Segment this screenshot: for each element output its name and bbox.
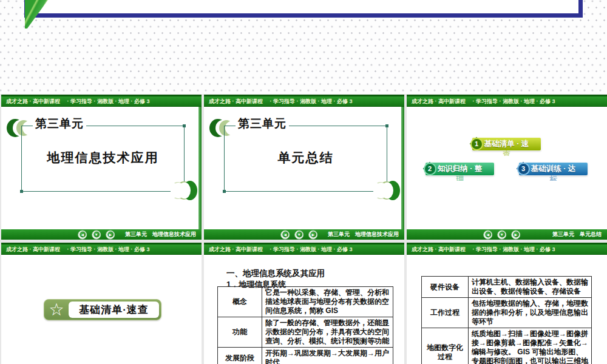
slide-header: 成才之路 · 高中新课程 · 学习指导 · 湘教版 · 地理 · 必修 3 bbox=[407, 243, 607, 255]
row-value: 纸质地图→扫描→图像处理→图像拼接→图像剪裁→图像配准→矢量化→编辑与修改。 G… bbox=[469, 328, 592, 364]
number-badge-icon: 3 bbox=[515, 161, 531, 177]
menu-item-1[interactable]: 1 基础清单 · 速 查 bbox=[472, 138, 541, 150]
nav-back-button[interactable]: ◀ bbox=[78, 230, 87, 239]
green-side-strip bbox=[198, 107, 202, 229]
slide-section-badge[interactable]: 成才之路 · 高中新课程 · 学习指导 · 湘教版 · 地理 · 必修 3 ☆ … bbox=[1, 243, 202, 364]
header-brand-line: 成才之路 · 高中新课程 · 学习指导 · 湘教版 · 地理 · 必修 3 bbox=[204, 96, 404, 107]
row-label: 工作过程 bbox=[422, 298, 469, 328]
slide-unit-cover[interactable]: 成才之路 · 高中新课程 · 学习指导 · 湘教版 · 地理 · 必修 3 第三… bbox=[1, 95, 202, 240]
footer-label: 第三单元 地理信息技术应用 bbox=[328, 229, 399, 240]
green-side-strip bbox=[401, 107, 404, 229]
header-brand-line: 成才之路 · 高中新课程 · 学习指导 · 湘教版 · 地理 · 必修 3 bbox=[1, 96, 202, 107]
top-dotted-background bbox=[0, 0, 607, 94]
unit-label: 第三单元 bbox=[33, 116, 86, 132]
title-box: 单元总结 bbox=[224, 126, 387, 192]
back-arrow-icon: ◀ bbox=[80, 232, 86, 238]
down-arrow-icon: ▼ bbox=[296, 232, 302, 238]
nav-forward-button[interactable]: ▶ bbox=[308, 230, 317, 239]
row-label: 地图数字化过程 bbox=[422, 328, 469, 364]
row-value: 除了一般的存储、管理数据外，还能显示数据的空间分布，并具有强大的空间查询、分析、… bbox=[262, 317, 393, 348]
wrapped-char: 查 bbox=[503, 150, 510, 156]
row-label: 发展阶段 bbox=[218, 348, 262, 364]
slide-footer: ◀ ▼ ▶ 第三单元 地理信息技术应用 bbox=[204, 229, 404, 240]
slide-gis-table[interactable]: 成才之路 · 高中新课程 · 学习指导 · 湘教版 · 地理 · 必修 3 一、… bbox=[204, 243, 404, 364]
menu-item-label: 基础清单 · 速 bbox=[484, 139, 529, 149]
table-row: 工作过程 包括地理数据的输入、存储，地理数据的操作和分析，以及地理信息输出等环节 bbox=[422, 298, 592, 328]
section-title-badge: ☆ 基础清单·速查 bbox=[44, 299, 161, 320]
gis-definition-table: 概念 它是一种以采集、存储、管理、分析和描述地球表面与地理分布有关数据的空间信息… bbox=[217, 286, 393, 364]
nav-forward-button[interactable]: ▶ bbox=[511, 230, 520, 239]
row-label: 硬件设备 bbox=[422, 277, 469, 298]
menu-item-label: 基础训练 · 达 bbox=[531, 164, 576, 174]
header-brand-line: 成才之路 · 高中新课程 · 学习指导 · 湘教版 · 地理 · 必修 3 bbox=[407, 96, 607, 107]
row-value: 它是一种以采集、存储、管理、分析和描述地球表面与地理分布有关数据的空间信息系统，… bbox=[262, 287, 393, 317]
wrapped-char: 理 bbox=[456, 175, 464, 181]
slide-gis-table-2[interactable]: 成才之路 · 高中新课程 · 学习指导 · 湘教版 · 地理 · 必修 3 硬件… bbox=[407, 243, 607, 364]
slide-header: 成才之路 · 高中新课程 · 学习指导 · 湘教版 · 地理 · 必修 3 bbox=[407, 95, 607, 107]
header-brand-line: 成才之路 · 高中新课程 · 学习指导 · 湘教版 · 地理 · 必修 3 bbox=[1, 244, 202, 255]
menu-item-3[interactable]: 3 基础训练 · 达 标 bbox=[519, 163, 588, 175]
row-value: 包括地理数据的输入、存储，地理数据的操作和分析，以及地理信息输出等环节 bbox=[469, 298, 592, 328]
header-brand-line: 成才之路 · 高中新课程 · 学习指导 · 湘教版 · 地理 · 必修 3 bbox=[407, 244, 607, 255]
row-value: 开拓期→巩固发展期→大发展期→用户时代 bbox=[262, 348, 393, 364]
gis-hardware-table: 硬件设备 计算机主机、数据输入设备、数据输出设备、数据传输设备、存储设备 工作过… bbox=[421, 276, 592, 364]
box-corner-square bbox=[183, 124, 186, 127]
slide-header: 成才之路 · 高中新课程 · 学习指导 · 湘教版 · 地理 · 必修 3 bbox=[204, 95, 404, 107]
row-label: 概念 bbox=[218, 287, 262, 317]
section-title: 基础清单·速查 bbox=[69, 302, 159, 318]
slide-unit-summary[interactable]: 成才之路 · 高中新课程 · 学习指导 · 湘教版 · 地理 · 必修 3 第三… bbox=[204, 95, 404, 240]
header-brand-line: 成才之路 · 高中新课程 · 学习指导 · 湘教版 · 地理 · 必修 3 bbox=[204, 244, 404, 255]
number-badge-icon: 1 bbox=[469, 136, 484, 152]
footer-label: 第三单元 单元总结 bbox=[552, 229, 602, 240]
table-row: 发展阶段 开拓期→巩固发展期→大发展期→用户时代 bbox=[218, 348, 393, 364]
table-row: 硬件设备 计算机主机、数据输入设备、数据输出设备、数据传输设备、存储设备 bbox=[422, 277, 592, 298]
nav-down-button[interactable]: ▼ bbox=[497, 230, 506, 239]
slide-footer: ◀ ▼ ▶ 第三单元 单元总结 bbox=[407, 229, 607, 240]
nav-back-button[interactable]: ◀ bbox=[483, 230, 492, 239]
row-label: 功能 bbox=[218, 317, 262, 348]
star-icon: ☆ bbox=[44, 300, 69, 320]
menu-item-2[interactable]: 2 知识归纳 · 整 理 bbox=[426, 163, 494, 175]
menu-item-label: 知识归纳 · 整 bbox=[438, 164, 483, 174]
row-value: 计算机主机、数据输入设备、数据输出设备、数据传输设备、存储设备 bbox=[469, 277, 592, 298]
table-row: 概念 它是一种以采集、存储、管理、分析和描述地球表面与地理分布有关数据的空间信息… bbox=[218, 287, 393, 317]
slide-header: 成才之路 · 高中新课程 · 学习指导 · 湘教版 · 地理 · 必修 3 bbox=[204, 243, 404, 255]
forward-arrow-icon: ▶ bbox=[513, 232, 519, 238]
slide-section-menu[interactable]: 成才之路 · 高中新课程 · 学习指导 · 湘教版 · 地理 · 必修 3 1 … bbox=[407, 95, 607, 240]
section-heading: 一、地理信息系统及其应用 bbox=[226, 268, 325, 279]
forward-arrow-icon: ▶ bbox=[310, 232, 316, 238]
down-arrow-icon: ▼ bbox=[93, 232, 100, 238]
big-slide-bottom-edge bbox=[24, 0, 583, 18]
unit-label: 第三单元 bbox=[236, 116, 289, 132]
down-arrow-icon: ▼ bbox=[499, 232, 505, 238]
slide-footer: ◀ ▼ ▶ 第三单元 地理信息技术应用 bbox=[1, 229, 202, 240]
wrapped-char: 标 bbox=[549, 175, 557, 181]
title-box: 地理信息技术应用 bbox=[21, 126, 185, 192]
nav-down-button[interactable]: ▼ bbox=[294, 230, 304, 239]
triple-crescent-right-icon bbox=[171, 181, 197, 203]
triple-crescent-right-icon bbox=[373, 181, 400, 203]
footer-label: 第三单元 地理信息技术应用 bbox=[125, 229, 196, 240]
slide-title: 单元总结 bbox=[225, 149, 387, 166]
box-corner-square bbox=[20, 190, 23, 193]
slide-title: 地理信息技术应用 bbox=[22, 149, 184, 166]
box-corner-square bbox=[223, 190, 226, 193]
number-badge-icon: 2 bbox=[422, 161, 438, 177]
box-corner-square bbox=[385, 124, 388, 127]
slide-header: 成才之路 · 高中新课程 · 学习指导 · 湘教版 · 地理 · 必修 3 bbox=[1, 95, 202, 107]
forward-arrow-icon: ▶ bbox=[107, 232, 114, 238]
nav-down-button[interactable]: ▼ bbox=[92, 230, 101, 239]
back-arrow-icon: ◀ bbox=[485, 232, 491, 238]
nav-back-button[interactable]: ◀ bbox=[280, 230, 290, 239]
nav-forward-button[interactable]: ▶ bbox=[106, 230, 115, 239]
back-arrow-icon: ◀ bbox=[282, 232, 288, 238]
table-row: 功能 除了一般的存储、管理数据外，还能显示数据的空间分布，并具有强大的空间查询、… bbox=[218, 317, 393, 348]
slide-header: 成才之路 · 高中新课程 · 学习指导 · 湘教版 · 地理 · 必修 3 bbox=[1, 243, 202, 255]
table-row: 地图数字化过程 纸质地图→扫描→图像处理→图像拼接→图像剪裁→图像配准→矢量化→… bbox=[422, 328, 592, 364]
